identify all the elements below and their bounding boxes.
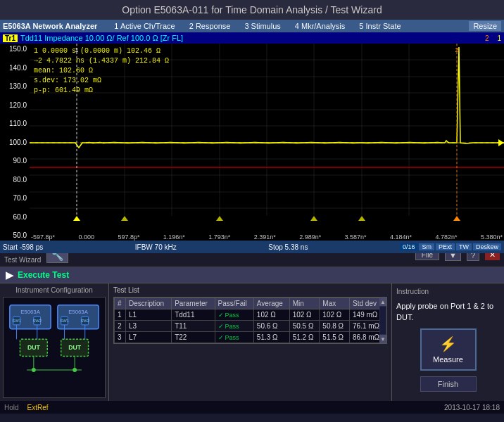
svg-marker-22 bbox=[73, 216, 80, 221]
instrument-diagram: E5063A SW1 SW2 E5063A SW1 SW2 bbox=[3, 297, 106, 398]
menu-bar: E5063A Network Analyzer 1 Active Ch/Trac… bbox=[0, 20, 504, 32]
y-label-150: 150.0 bbox=[0, 45, 30, 53]
main-content-area: Instrument Configuration E5063A SW1 SW2 … bbox=[0, 283, 504, 401]
row1-min: 102 Ω bbox=[289, 309, 320, 321]
menu-mkr-analysis[interactable]: 4 Mkr/Analysis bbox=[292, 21, 348, 31]
chart-info: 1 0.0000 s (0.0000 m) 102.46 Ω →2 4.7822… bbox=[34, 46, 169, 96]
test-table: # Description Parameter Pass/Fail Averag… bbox=[114, 298, 386, 343]
instrument-config-title: Instrument Configuration bbox=[3, 286, 106, 294]
badge-pext: PExt bbox=[436, 243, 455, 250]
title-bar: Option E5063A-011 for Time Domain Analys… bbox=[0, 0, 504, 20]
row2-num: 2 bbox=[115, 321, 126, 332]
panel-title: Test Wizard bbox=[4, 255, 41, 264]
svg-text:SW1: SW1 bbox=[60, 319, 69, 323]
channel-label: Tr1 bbox=[3, 34, 18, 42]
measure-label: Measure bbox=[433, 355, 463, 364]
chart-header: Tr1 Tdd11 Impedance 10.00 Ω/ Ref 100.0 Ω… bbox=[0, 32, 504, 44]
x-axis: -597.8p* 0.000 597.8p* 1.196n* 1.793n* 2… bbox=[30, 234, 504, 241]
chart-canvas: 150.0 140.0 130.0 120.0 110.0 100.0 90.0… bbox=[0, 44, 504, 241]
col-desc: Description bbox=[126, 298, 172, 309]
chart-ibw-label: IFBW 70 kHz bbox=[135, 243, 177, 251]
badge-deskew: Deskew bbox=[473, 243, 501, 250]
instrument-svg: E5063A SW1 SW2 E5063A SW1 SW2 bbox=[6, 300, 102, 392]
svg-text:SW1: SW1 bbox=[12, 319, 21, 323]
row3-num: 3 bbox=[115, 332, 126, 343]
scrollbar[interactable]: ▲ ▼ bbox=[379, 298, 386, 343]
col-num: # bbox=[115, 298, 126, 309]
x-label-8: 4.184n* bbox=[390, 234, 412, 241]
svg-text:SW2: SW2 bbox=[80, 319, 89, 323]
measure-button[interactable]: ⚡ Measure bbox=[420, 328, 477, 371]
x-label-3: 1.196n* bbox=[163, 234, 185, 241]
row2-max: 50.8 Ω bbox=[320, 321, 350, 332]
y-label-120: 120.0 bbox=[0, 101, 30, 109]
x-label-0: -597.8p* bbox=[31, 234, 55, 241]
svg-text:DUT: DUT bbox=[68, 344, 82, 351]
row2-param: T11 bbox=[172, 321, 215, 332]
chart-title: Tdd11 Impedance 10.00 Ω/ Ref 100.0 Ω [Zr… bbox=[20, 34, 183, 42]
col-pass: Pass/Fail bbox=[215, 298, 253, 309]
row3-min: 51.2 Ω bbox=[289, 332, 320, 343]
y-label-110: 110.0 bbox=[0, 120, 30, 127]
svg-text:E5063A: E5063A bbox=[68, 309, 88, 316]
bottom-panel: E5063A Test Wizard 🔧 File ▼ ? ✕ ▶ Execut… bbox=[0, 243, 504, 414]
y-axis: 150.0 140.0 130.0 120.0 110.0 100.0 90.0… bbox=[0, 44, 30, 241]
status-badges: 0/16 Sm PExt TW Deskew bbox=[400, 243, 501, 250]
x-label-10: 5.380n* bbox=[481, 234, 503, 241]
row1-pass: ✓Pass bbox=[215, 309, 253, 321]
x-label-4: 1.793n* bbox=[208, 234, 230, 241]
chart-area: Tr1 Tdd11 Impedance 10.00 Ω/ Ref 100.0 Ω… bbox=[0, 32, 504, 243]
instrument-config-panel: Instrument Configuration E5063A SW1 SW2 … bbox=[0, 283, 109, 401]
col-avg: Average bbox=[253, 298, 289, 309]
bottom-status-bar: Hold ExtRef 2013-10-17 18:18 bbox=[0, 401, 504, 414]
svg-text:2: 2 bbox=[455, 46, 458, 53]
y-label-100: 100.0 bbox=[0, 139, 30, 146]
badge-sm: Sm bbox=[419, 243, 434, 250]
marker-1-info: 1 0.0000 s (0.0000 m) 102.46 Ω bbox=[34, 46, 169, 56]
mean-info: mean: 102.60 Ω bbox=[34, 66, 169, 76]
marker-2-label: 2 bbox=[485, 34, 489, 42]
y-label-140: 140.0 bbox=[0, 64, 30, 72]
marker-2-info: →2 4.7822 ns (1.4337 m) 212.84 Ω bbox=[34, 56, 169, 66]
menu-stimulus[interactable]: 3 Stimulus bbox=[241, 21, 283, 31]
row3-param: T22 bbox=[172, 332, 215, 343]
menu-response[interactable]: 2 Response bbox=[187, 21, 234, 31]
y-label-60: 60.0 bbox=[0, 213, 30, 221]
row2-pass: ✓Pass bbox=[215, 321, 253, 332]
badge-count: 0/16 bbox=[400, 243, 418, 250]
test-list-title: Test List bbox=[113, 286, 387, 294]
row2-avg: 50.6 Ω bbox=[253, 321, 289, 332]
x-label-7: 3.587n* bbox=[345, 234, 367, 241]
svg-point-56 bbox=[73, 368, 77, 372]
y-label-90: 90.0 bbox=[0, 157, 30, 165]
sdev-info: s.dev: 173.02 mΩ bbox=[34, 76, 169, 86]
status-datetime: 2013-10-17 18:18 bbox=[444, 404, 500, 411]
row3-desc: L7 bbox=[126, 332, 172, 343]
chart-stop-label: Stop 5.38 ns bbox=[268, 243, 308, 251]
status-hold: Hold bbox=[4, 404, 19, 411]
scroll-up-button[interactable]: ▲ bbox=[379, 298, 386, 306]
x-label-6: 2.989n* bbox=[299, 234, 321, 241]
svg-marker-31 bbox=[498, 139, 504, 146]
scroll-down-button[interactable]: ▼ bbox=[379, 335, 386, 343]
svg-point-55 bbox=[32, 368, 36, 372]
resize-button[interactable]: Resize bbox=[469, 21, 501, 31]
app-name-label: E5063A Network Analyzer bbox=[3, 22, 97, 30]
x-label-1: 0.000 bbox=[78, 234, 94, 241]
execute-bar: ▶ Execute Test bbox=[0, 267, 504, 283]
row3-pass: ✓Pass bbox=[215, 332, 253, 343]
instruction-text: Apply probe on Port 1 & 2 to DUT. bbox=[396, 301, 500, 323]
menu-active-trace[interactable]: 1 Active Ch/Trace bbox=[111, 21, 177, 31]
row3-avg: 51.3 Ω bbox=[253, 332, 289, 343]
x-label-9: 4.782n* bbox=[435, 234, 457, 241]
row1-param: Tdd11 bbox=[172, 309, 215, 321]
x-label-5: 2.391n* bbox=[254, 234, 276, 241]
instruction-title: Instruction bbox=[396, 288, 429, 295]
row1-avg: 102 Ω bbox=[253, 309, 289, 321]
menu-instr-state[interactable]: 5 Instr State bbox=[356, 21, 403, 31]
x-label-2: 597.8p* bbox=[118, 234, 139, 241]
finish-button[interactable]: Finish bbox=[420, 376, 477, 392]
table-row: 2 L3 T11 ✓Pass 50.6 Ω 50.5 Ω 50.8 Ω 76.1… bbox=[115, 321, 386, 332]
chart-start-label: Start -598 ps bbox=[3, 243, 43, 251]
y-label-130: 130.0 bbox=[0, 82, 30, 90]
